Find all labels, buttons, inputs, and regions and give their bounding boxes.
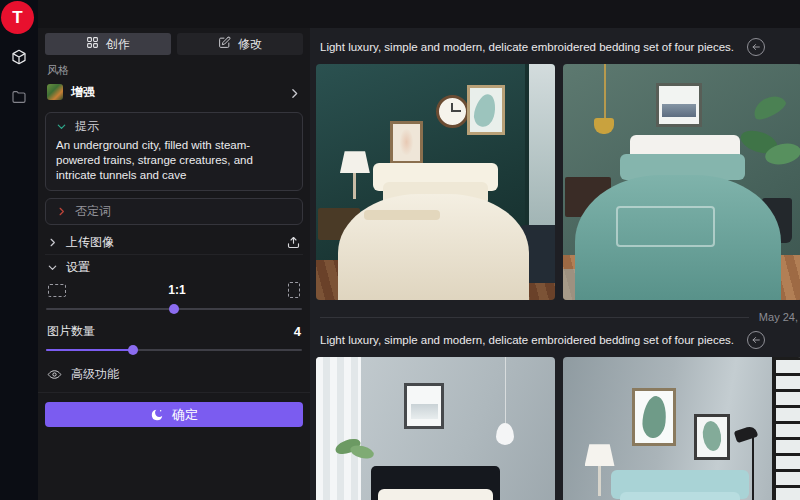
slider-thumb[interactable] [128,345,138,355]
generation-prompt-text: Light luxury, simple and modern, delicat… [320,334,734,346]
generated-image-3[interactable] [316,357,555,500]
window [772,357,800,500]
aspect-ratio-value: 1:1 [168,283,185,297]
landscape-ratio-icon[interactable] [48,284,66,297]
art-frame [390,121,423,164]
window [525,64,555,234]
generation-prompt-text: Light luxury, simple and modern, delicat… [320,41,734,53]
art-frame [694,414,730,460]
image-count-slider[interactable] [46,343,302,357]
prompt-header[interactable]: 提示 [56,120,292,133]
art-frame [467,85,505,135]
portrait-ratio-icon[interactable] [288,282,300,298]
prompt-input[interactable]: An underground city, filled with steam-p… [56,138,292,183]
style-section-label: 风格 [47,63,301,78]
plant [333,437,377,471]
main-area: Light luxury, simple and modern, delicat… [310,0,800,500]
advanced-features-label: 高级功能 [71,366,119,383]
negative-box[interactable]: 否定词 [45,198,303,225]
chevron-right-icon [288,86,301,99]
sidebar-top-strip [38,0,310,28]
aspect-ratio-row: 1:1 [45,282,303,298]
chevron-down-icon [47,262,58,273]
table-lamp [585,444,615,466]
duvet-stitch [616,206,716,248]
settings-label: 设置 [66,259,90,276]
chevron-right-icon [56,206,67,217]
grid-icon [86,36,99,52]
aspect-ratio-slider[interactable] [46,302,302,316]
art-frame [656,83,702,127]
date-divider-row: May 24, [320,307,798,327]
tab-create[interactable]: 创作 [45,33,171,55]
image-count-label: 图片数量 [47,323,95,340]
chevron-right-icon [47,237,58,248]
style-selector[interactable]: 增强 [45,81,303,103]
mode-tabs: 创作 修改 [45,33,303,55]
sidebar: 创作 修改 风格 增强 [38,0,310,500]
divider [320,317,749,318]
tab-modify-label: 修改 [238,36,262,53]
image-count-row: 图片数量 4 [45,324,303,339]
curtain [316,357,361,500]
arrow-left-circle-icon[interactable] [747,38,765,56]
nav-rail: T [0,0,38,500]
chevron-down-icon [56,121,67,132]
confirm-button-label: 确定 [172,406,198,424]
upload-icon[interactable] [286,235,301,250]
lamp-stem [598,466,601,496]
generation-group-header: Light luxury, simple and modern, delicat… [316,329,800,351]
folder-icon[interactable] [11,89,27,105]
arrow-left-circle-icon[interactable] [747,331,765,349]
lamp-stem [353,173,356,199]
pillows-back [378,489,493,500]
advanced-features-row[interactable]: 高级功能 [45,366,303,382]
image-count-value: 4 [294,324,301,339]
prompt-box[interactable]: 提示 An underground city, filled with stea… [45,112,303,191]
avatar[interactable]: T [1,1,34,34]
style-value: 增强 [71,84,288,101]
generation-gallery[interactable]: Light luxury, simple and modern, delicat… [310,28,800,500]
confirm-button[interactable]: 确定 [45,402,303,427]
upload-label: 上传图像 [66,234,278,251]
date-label: May 24, [759,311,798,323]
top-bar [310,0,800,28]
tab-create-label: 创作 [106,36,130,53]
cube-icon[interactable] [10,48,28,66]
pillows-front [620,492,740,500]
upload-image-row[interactable]: 上传图像 [45,230,303,255]
pendant-cord [604,64,606,121]
generated-image-2[interactable] [563,64,800,300]
wall-clock [436,95,469,128]
slider-thumb[interactable] [169,304,179,314]
crescent-moon-icon [150,408,164,422]
generation-row [316,64,800,300]
generated-image-4[interactable] [563,357,800,500]
art-frame [632,388,676,446]
eye-icon [47,367,62,382]
confirm-section: 确定 [38,392,310,427]
generated-image-1[interactable] [316,64,555,300]
slider-fill [46,349,133,351]
art-frame [404,383,444,429]
table-lamp [340,151,370,173]
app-window: T 创作 [0,0,800,500]
generation-group-header: Light luxury, simple and modern, delicat… [316,36,800,58]
edit-icon [218,36,231,52]
floor-lamp-stem [752,437,754,500]
settings-header[interactable]: 设置 [45,259,303,275]
prompt-label: 提示 [75,118,99,135]
style-thumbnail [47,84,63,100]
generation-row [316,357,800,500]
pendant-cord [505,357,506,425]
negative-label: 否定词 [75,203,111,220]
duvet-trim [364,210,440,219]
tab-modify[interactable]: 修改 [177,33,303,55]
